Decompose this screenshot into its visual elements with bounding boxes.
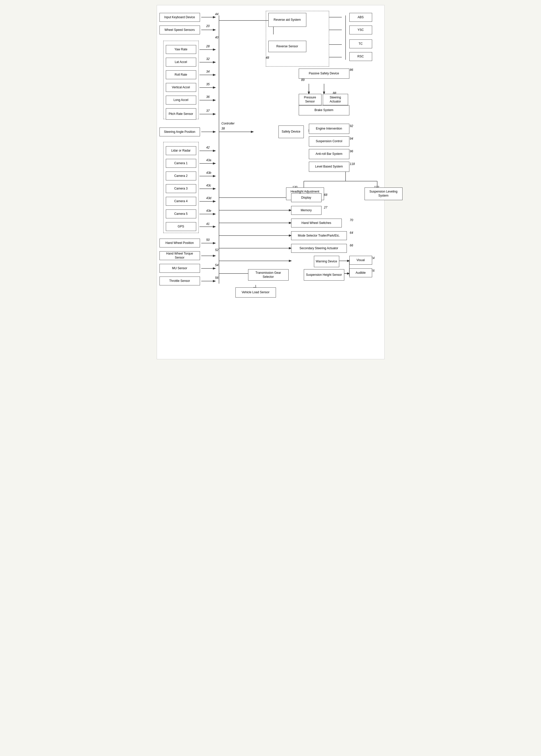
- box-suspension-height: Suspension Height Sensor: [304, 269, 344, 281]
- box-lat-accel: Lat Accel: [166, 58, 196, 67]
- label-35: 35: [206, 83, 210, 86]
- label-20: 20: [206, 24, 210, 28]
- label-70: 70: [350, 218, 353, 222]
- label-52: 52: [215, 248, 219, 252]
- box-audible: Audible: [349, 268, 372, 277]
- label-89: 89: [301, 78, 304, 82]
- box-ysc: YSC: [349, 26, 372, 34]
- box-hand-wheel-switches: Hand Wheel Switches: [291, 219, 342, 227]
- box-mu-sensor: MU Sensor: [160, 264, 200, 273]
- box-pressure-sensor: Pressure Sensor: [299, 94, 321, 105]
- label-41: 41: [206, 222, 210, 226]
- label-43d: 43d: [206, 196, 212, 200]
- box-pitch-rate: Pitch Rate Sensor: [166, 108, 196, 120]
- label-40: 40: [215, 36, 219, 39]
- label-44: 44: [215, 12, 219, 16]
- box-input-keyboard: Input Keyboard Device: [160, 13, 200, 22]
- label-36: 36: [206, 95, 210, 99]
- label-43b: 43b: [206, 171, 212, 174]
- box-display: Display: [291, 193, 321, 202]
- box-secondary-steering: Secondary Steering Actuator: [291, 244, 347, 253]
- box-gps: GPS: [166, 222, 196, 231]
- label-34: 34: [206, 70, 210, 73]
- box-steering-actuator: Steering Actuator: [323, 94, 348, 105]
- label-43e: 43e: [206, 209, 212, 212]
- box-camera5: Camera 5: [166, 209, 196, 218]
- box-hand-wheel-pos: Hand Wheel Position: [160, 239, 200, 247]
- box-safety-device: Safety Device: [278, 126, 304, 138]
- box-visual: Visual: [349, 256, 372, 265]
- box-warning-device: Warning Device: [314, 256, 339, 267]
- label-32: 32: [206, 57, 210, 61]
- box-roll-rate: Roll Rate: [166, 70, 196, 79]
- box-memory: Memory: [291, 206, 321, 215]
- box-rsc: RSC: [349, 52, 372, 61]
- box-reverse-aid: Reverse aid System: [269, 13, 306, 27]
- label-64: 64: [350, 231, 353, 235]
- box-steering-angle: Steering Angle Position: [160, 127, 200, 136]
- box-long-accel: Long Accel: [166, 96, 196, 105]
- box-camera2: Camera 2: [166, 171, 196, 180]
- label-50: 50: [206, 238, 210, 242]
- box-tc: TC: [349, 40, 372, 48]
- label-92: 92: [350, 124, 353, 128]
- box-vertical-accel: Vertical Accel: [166, 83, 196, 92]
- label-96: 96: [350, 149, 353, 153]
- box-antiroll: Anti-roll Bar System: [309, 149, 349, 159]
- label-56: 56: [215, 276, 219, 280]
- label-38: 38: [222, 127, 225, 130]
- label-66: 66: [350, 244, 353, 247]
- label-118: 118: [350, 162, 355, 166]
- box-reverse-sensor: Reverse Sensor: [269, 41, 306, 52]
- box-wheel-speed: Wheel Speed Sensors: [160, 26, 200, 34]
- label-43a: 43a: [206, 158, 212, 162]
- box-hand-wheel-torque: Hand Wheel Torque Sensor: [160, 251, 200, 260]
- box-engine-intervention: Engine Intervention: [309, 124, 349, 134]
- box-mode-selector: Mode Selector Trailer/Park/Etc.: [291, 231, 347, 240]
- box-camera3: Camera 3: [166, 184, 196, 193]
- label-37: 37: [206, 109, 210, 113]
- box-suspension-control: Suspension Control: [309, 136, 349, 146]
- box-passive-safety: Passive Safety Device: [299, 69, 349, 79]
- label-27: 27: [324, 206, 327, 209]
- box-suspension-leveling: Suspension Leveling System: [364, 187, 402, 200]
- diagram-container: 44 20 40 28 32 34 35 36 37 38 Controller…: [157, 5, 384, 359]
- box-vehicle-load: Vehicle Load Sensor: [236, 287, 276, 298]
- label-43c: 43c: [206, 184, 211, 187]
- label-94: 94: [350, 137, 353, 140]
- box-lidar-radar: Lidar or Radar: [166, 146, 196, 155]
- label-controller: Controller: [222, 122, 235, 125]
- box-camera4: Camera 4: [166, 197, 196, 206]
- label-42: 42: [206, 146, 210, 149]
- box-brake-system: Brake System: [299, 105, 349, 116]
- box-camera1: Camera 1: [166, 159, 196, 168]
- label-86: 86: [350, 68, 353, 72]
- label-68: 68: [324, 193, 327, 197]
- label-54: 54: [215, 263, 219, 267]
- box-yaw-rate: Yaw Rate: [166, 45, 196, 54]
- box-throttle-sensor: Throttle Sensor: [160, 277, 200, 285]
- box-abs: ABS: [349, 13, 372, 22]
- box-transmission-gear: Transmission Gear Selector: [248, 269, 288, 281]
- label-28: 28: [206, 45, 210, 48]
- box-level-based: Level Based System: [309, 162, 349, 172]
